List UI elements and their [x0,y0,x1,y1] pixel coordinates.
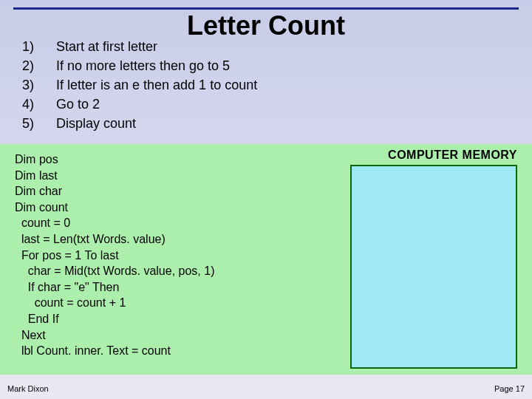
step-number: 3) [22,75,56,95]
memory-label: COMPUTER MEMORY [388,149,517,162]
step-row: 3) If letter is an e then add 1 to count [22,75,257,95]
step-row: 4) Go to 2 [22,95,257,114]
step-row: 2) If no more letters then go to 5 [22,56,257,75]
memory-box [350,165,517,369]
step-number: 4) [22,95,56,114]
step-number: 5) [22,114,56,133]
step-text: If letter is an e then add 1 to count [56,75,257,95]
step-row: 5) Display count [22,114,257,133]
step-text: Display count [56,114,136,133]
step-number: 1) [22,37,56,56]
footer-page: Page 17 [494,384,525,393]
step-text: If no more letters then go to 5 [56,56,230,75]
algorithm-steps: 1) Start at first letter 2) If no more l… [22,37,257,133]
step-text: Start at first letter [56,37,157,56]
step-number: 2) [22,56,56,75]
step-row: 1) Start at first letter [22,37,257,56]
footer-author: Mark Dixon [7,384,49,393]
step-text: Go to 2 [56,95,100,114]
top-rule [13,7,519,10]
code-block: Dim pos Dim last Dim char Dim count coun… [15,151,214,359]
code-panel: COMPUTER MEMORY Dim pos Dim last Dim cha… [0,144,532,375]
